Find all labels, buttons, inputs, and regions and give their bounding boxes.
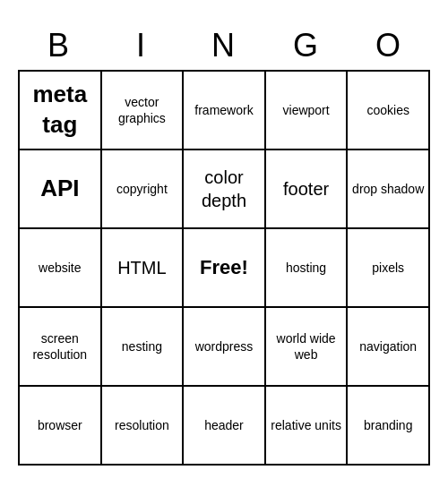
bingo-cell[interactable]: color depth — [184, 150, 266, 229]
bingo-cell[interactable]: drop shadow — [348, 150, 430, 229]
header-g: G — [265, 21, 348, 70]
bingo-cell[interactable]: header — [184, 387, 266, 466]
bingo-cell[interactable]: world wide web — [266, 308, 349, 387]
bingo-cell[interactable]: browser — [20, 387, 102, 466]
bingo-cell[interactable]: footer — [266, 150, 349, 229]
bingo-cell[interactable]: nesting — [102, 308, 185, 387]
bingo-cell[interactable]: screen resolution — [20, 308, 102, 387]
header-o: O — [348, 21, 430, 70]
bingo-cell[interactable]: HTML — [102, 229, 185, 308]
bingo-cell[interactable]: API — [20, 150, 102, 229]
bingo-cell[interactable]: framework — [184, 72, 266, 150]
bingo-cell[interactable]: website — [20, 229, 102, 308]
bingo-cell[interactable]: meta tag — [20, 72, 102, 150]
bingo-cell[interactable]: relative units — [266, 387, 349, 466]
bingo-cell[interactable]: branding — [348, 387, 430, 466]
bingo-cell[interactable]: copyright — [102, 150, 185, 229]
bingo-header: B I N G O — [18, 21, 430, 70]
bingo-cell[interactable]: cookies — [348, 72, 430, 150]
bingo-cell[interactable]: pixels — [348, 229, 430, 308]
bingo-card: B I N G O meta tagvector graphicsframewo… — [18, 21, 430, 466]
bingo-cell[interactable]: wordpress — [184, 308, 266, 387]
bingo-cell[interactable]: hosting — [266, 229, 349, 308]
bingo-grid: meta tagvector graphicsframeworkviewport… — [18, 70, 430, 466]
bingo-cell[interactable]: Free! — [184, 229, 266, 308]
bingo-cell[interactable]: resolution — [102, 387, 185, 466]
header-b: B — [18, 21, 100, 70]
header-i: I — [100, 21, 183, 70]
header-n: N — [183, 21, 265, 70]
bingo-cell[interactable]: navigation — [348, 308, 430, 387]
bingo-cell[interactable]: vector graphics — [102, 72, 185, 150]
bingo-cell[interactable]: viewport — [266, 72, 349, 150]
